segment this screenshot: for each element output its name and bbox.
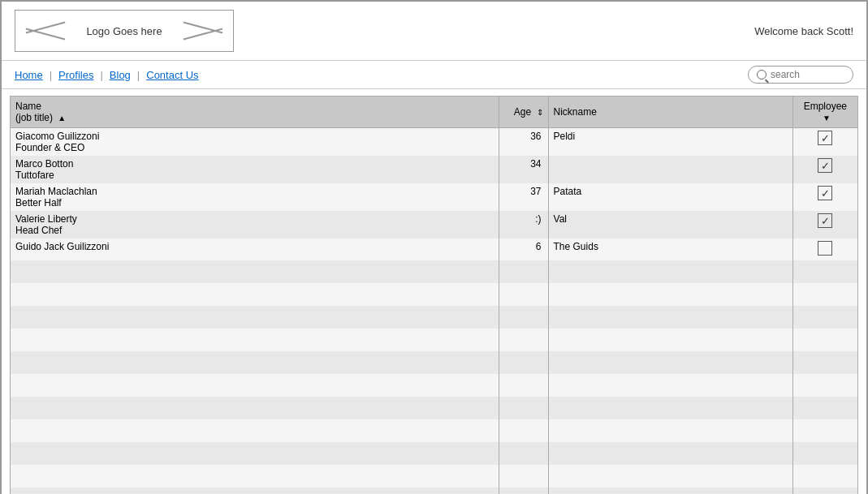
- table-row: [11, 397, 858, 419]
- navigation: Home | Profiles | Blog | Contact Us: [2, 61, 866, 89]
- empty-cell-nickname: [548, 306, 792, 329]
- nav-search-area: [748, 66, 853, 84]
- empty-cell-nickname: [548, 351, 792, 374]
- search-input[interactable]: [771, 69, 844, 80]
- empty-cell-name: [11, 329, 499, 351]
- job-title: Better Half: [15, 197, 62, 208]
- checkbox-checked[interactable]: ✓: [818, 186, 832, 200]
- cell-age: 34: [499, 156, 548, 183]
- empty-cell-nickname: [548, 397, 792, 419]
- table-row: [11, 442, 858, 465]
- nav-home[interactable]: Home: [15, 69, 50, 81]
- logo-left-lines: [25, 27, 66, 35]
- table-row: [11, 488, 858, 494]
- empty-cell-employee: [792, 351, 857, 374]
- logo-text: Logo Goes here: [71, 25, 178, 37]
- cell-employee[interactable]: ✓: [792, 156, 857, 183]
- empty-cell-name: [11, 283, 499, 306]
- search-icon: [757, 70, 767, 79]
- empty-cell-name: [11, 465, 499, 488]
- empty-cell-age: [499, 351, 548, 374]
- table-row: Guido Jack Guilizzoni6The Guids: [11, 238, 858, 260]
- table-row: [11, 306, 858, 329]
- col-header-name[interactable]: Name(job title) ▲: [11, 97, 499, 128]
- empty-cell-name: [11, 397, 499, 419]
- search-box[interactable]: [748, 66, 853, 84]
- table-row: [11, 374, 858, 397]
- nav-blog[interactable]: Blog: [103, 69, 137, 81]
- cell-age: 6: [499, 238, 548, 260]
- empty-cell-age: [499, 260, 548, 283]
- empty-cell-age: [499, 374, 548, 397]
- cell-age: :): [499, 211, 548, 238]
- table-row: Mariah MaclachlanBetter Half37Patata✓: [11, 183, 858, 211]
- empty-cell-employee: [792, 488, 857, 494]
- cell-employee[interactable]: ✓: [792, 183, 857, 211]
- col-header-age[interactable]: Age ⇕: [499, 97, 548, 128]
- checkbox-checked[interactable]: ✓: [818, 131, 832, 145]
- cell-employee[interactable]: ✓: [792, 128, 857, 157]
- empty-cell-age: [499, 419, 548, 442]
- checkbox-checked[interactable]: ✓: [818, 158, 832, 173]
- empty-cell-nickname: [548, 374, 792, 397]
- cell-nickname: Peldi: [548, 128, 792, 157]
- person-name: Marco Botton: [15, 158, 73, 170]
- empty-cell-age: [499, 488, 548, 494]
- job-title: Tuttofare: [15, 170, 54, 181]
- person-name: Giacomo Guilizzoni: [15, 131, 99, 142]
- table-row: [11, 419, 858, 442]
- person-name: Valerie Liberty: [15, 213, 77, 225]
- empty-cell-age: [499, 329, 548, 351]
- profiles-table: Name(job title) ▲ Age ⇕ Nickname Employe…: [10, 96, 858, 494]
- cell-nickname: The Guids: [548, 238, 792, 260]
- empty-cell-name: [11, 306, 499, 329]
- empty-cell-nickname: [548, 283, 792, 306]
- table-row: [11, 329, 858, 351]
- job-title: Head Chef: [15, 225, 62, 236]
- table-row: [11, 465, 858, 488]
- logo-right-lines: [183, 27, 223, 35]
- cell-nickname: [548, 156, 792, 183]
- empty-cell-age: [499, 283, 548, 306]
- empty-cell-name: [11, 260, 499, 283]
- empty-cell-employee: [792, 374, 857, 397]
- checkbox-unchecked[interactable]: [818, 241, 832, 256]
- empty-cell-employee: [792, 465, 857, 488]
- table-row: [11, 260, 858, 283]
- cell-name: Marco BottonTuttofare: [11, 156, 499, 183]
- empty-cell-nickname: [548, 465, 792, 488]
- nav-profiles[interactable]: Profiles: [52, 69, 100, 81]
- empty-cell-employee: [792, 419, 857, 442]
- col-header-employee[interactable]: Employee ▼: [792, 97, 857, 128]
- logo: Logo Goes here: [15, 10, 234, 52]
- cell-age: 36: [499, 128, 548, 157]
- empty-cell-employee: [792, 329, 857, 351]
- table-row: Valerie LibertyHead Chef:)Val✓: [11, 211, 858, 238]
- checkbox-checked[interactable]: ✓: [818, 213, 832, 228]
- nav-contact[interactable]: Contact Us: [140, 69, 205, 81]
- cell-employee[interactable]: ✓: [792, 211, 857, 238]
- header: Logo Goes here Welcome back Scott!: [2, 2, 866, 61]
- empty-cell-employee: [792, 397, 857, 419]
- welcome-message: Welcome back Scott!: [754, 25, 853, 37]
- table-row: [11, 351, 858, 374]
- table-row: Giacomo GuilizzoniFounder & CEO36Peldi✓: [11, 128, 858, 157]
- empty-cell-name: [11, 488, 499, 494]
- table-row: [11, 283, 858, 306]
- cell-nickname: Patata: [548, 183, 792, 211]
- empty-cell-employee: [792, 442, 857, 465]
- empty-cell-employee: [792, 283, 857, 306]
- empty-cell-nickname: [548, 419, 792, 442]
- cell-age: 37: [499, 183, 548, 211]
- name-sort-icon: ▲: [58, 114, 66, 122]
- cell-employee[interactable]: [792, 238, 857, 260]
- table-header-row: Name(job title) ▲ Age ⇕ Nickname Employe…: [11, 97, 858, 128]
- col-header-nickname[interactable]: Nickname: [548, 97, 792, 128]
- empty-cell-name: [11, 442, 499, 465]
- employee-sort-icon: ▼: [823, 114, 831, 122]
- empty-cell-employee: [792, 306, 857, 329]
- person-name: Mariah Maclachlan: [15, 186, 97, 197]
- empty-cell-nickname: [548, 329, 792, 351]
- empty-cell-age: [499, 397, 548, 419]
- empty-cell-name: [11, 351, 499, 374]
